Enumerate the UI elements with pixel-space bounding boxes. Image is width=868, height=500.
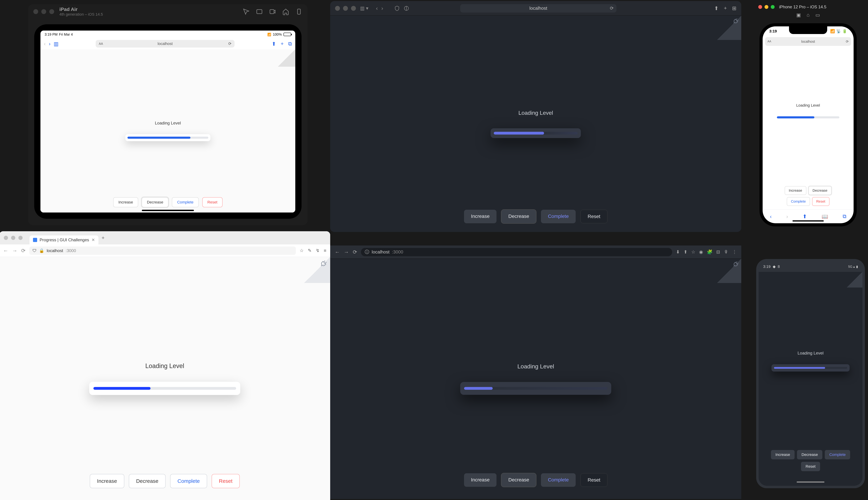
download-icon[interactable]: ⬇	[676, 249, 680, 255]
url-field[interactable]: ⓘ localhost:3000	[361, 248, 672, 256]
url-field[interactable]: localhost ⟳	[460, 4, 616, 12]
complete-button[interactable]: Complete	[541, 210, 576, 223]
shield-icon[interactable]: 🛡	[33, 248, 37, 253]
url-field[interactable]: 🛡 🔒 localhost:3000	[29, 247, 296, 255]
tabs-icon[interactable]: ⊞	[732, 5, 736, 11]
decrease-button[interactable]: Decrease	[809, 186, 832, 195]
lock-icon[interactable]: 🔒	[39, 248, 44, 253]
pointer-icon[interactable]	[243, 8, 250, 15]
text-size-icon[interactable]: AA	[99, 42, 103, 46]
menu-icon[interactable]: ≡	[324, 248, 327, 253]
info-icon[interactable]: ⓘ	[365, 249, 369, 255]
increase-button[interactable]: Increase	[785, 186, 807, 195]
reload-icon[interactable]: ⟳	[228, 42, 231, 46]
maximize-button[interactable]	[351, 6, 356, 11]
screenshot-icon[interactable]: ▣	[796, 12, 801, 22]
decrease-button[interactable]: Decrease	[129, 474, 165, 488]
reload-icon[interactable]: ⟳	[610, 5, 614, 11]
reset-button[interactable]: Reset	[212, 474, 240, 488]
back-button[interactable]: ←	[335, 249, 340, 255]
close-button[interactable]	[335, 6, 340, 11]
increase-button[interactable]: Increase	[771, 450, 795, 459]
sidebar-icon[interactable]: ▥	[54, 41, 58, 47]
extension2-icon[interactable]: ↯	[316, 248, 320, 253]
reload-button[interactable]: ⟳	[21, 248, 25, 254]
forward-button[interactable]: ›	[49, 41, 50, 47]
reset-button[interactable]: Reset	[812, 197, 830, 206]
maximize-button[interactable]	[49, 9, 54, 14]
share-icon[interactable]: ⬆	[802, 213, 807, 219]
increase-button[interactable]: Increase	[464, 473, 496, 487]
screenshot-icon[interactable]	[256, 8, 263, 15]
close-button[interactable]	[4, 236, 8, 240]
android-screen: 3:19 ◆ 8 5G ▴ ▮ Loading Level Increase	[758, 261, 863, 486]
minimize-button[interactable]	[41, 9, 46, 14]
complete-button[interactable]: Complete	[541, 473, 576, 487]
close-button[interactable]	[758, 5, 762, 9]
complete-button[interactable]: Complete	[787, 197, 810, 206]
star-icon[interactable]: ☆	[691, 249, 695, 255]
url-field[interactable]: AA localhost ⟳	[96, 40, 235, 48]
increase-button[interactable]: Increase	[113, 197, 138, 207]
forward-button[interactable]: ›	[381, 5, 383, 11]
increase-button[interactable]: Increase	[90, 474, 124, 488]
close-button[interactable]	[33, 9, 38, 14]
star-icon[interactable]: ☆	[300, 248, 304, 253]
decrease-button[interactable]: Decrease	[797, 450, 822, 459]
iphone-device-frame: 3:19 📶 📡 🔋 AA localhost ⟳ Loading Level …	[760, 23, 857, 226]
new-tab-button[interactable]: +	[102, 235, 105, 241]
forward-button[interactable]: ›	[786, 214, 788, 219]
minimize-button[interactable]	[343, 6, 348, 11]
text-size-icon[interactable]: AA	[767, 40, 771, 43]
home-icon[interactable]: ⌂	[807, 12, 810, 22]
tab[interactable]: Progress | GUI Challenges ✕	[30, 236, 99, 245]
reset-button[interactable]: Reset	[202, 197, 222, 207]
reload-button[interactable]: ⟳	[353, 249, 357, 255]
back-button[interactable]: ‹	[376, 5, 378, 11]
tabs-icon[interactable]: ⧉	[843, 213, 846, 219]
new-tab-icon[interactable]: +	[281, 41, 284, 47]
minimize-button[interactable]	[11, 236, 15, 240]
extensions-icon[interactable]: 🧩	[707, 249, 712, 255]
increase-button[interactable]: Increase	[464, 210, 496, 223]
profile-icon[interactable]: ◉	[699, 249, 703, 255]
tab-close-icon[interactable]: ✕	[91, 238, 95, 242]
ext2-icon[interactable]: ⊟	[716, 249, 720, 255]
sidebar-icon[interactable]: ▥ ▾	[360, 5, 368, 11]
share-icon[interactable]: ⬆	[272, 41, 276, 47]
home-icon[interactable]	[282, 8, 289, 15]
menu-icon[interactable]: ⋮	[732, 249, 737, 255]
minimize-button[interactable]	[765, 5, 768, 9]
forward-button[interactable]: →	[12, 248, 18, 254]
record-icon[interactable]	[269, 8, 276, 15]
maximize-button[interactable]	[19, 236, 23, 240]
reset-button[interactable]: Reset	[581, 210, 607, 223]
decrease-button[interactable]: Decrease	[142, 197, 168, 207]
rotate-icon[interactable]	[296, 8, 302, 15]
complete-button[interactable]: Complete	[825, 450, 850, 459]
tabs-icon[interactable]: ⧉	[288, 41, 292, 47]
decrease-button[interactable]: Decrease	[501, 210, 536, 223]
battery-icon: ▮	[856, 265, 858, 269]
decrease-button[interactable]: Decrease	[501, 473, 536, 487]
reset-button[interactable]: Reset	[801, 462, 820, 471]
rotate-icon[interactable]: ▭	[815, 12, 820, 22]
extension-icon[interactable]: ✎	[308, 248, 312, 253]
ext3-icon[interactable]: 🎙	[724, 249, 728, 255]
maximize-button[interactable]	[771, 5, 775, 9]
new-tab-icon[interactable]: +	[724, 5, 727, 11]
reset-button[interactable]: Reset	[581, 473, 607, 487]
back-button[interactable]: ‹	[770, 214, 772, 219]
share-icon[interactable]: ⬆	[714, 5, 719, 11]
appearance-icon[interactable]	[404, 5, 409, 11]
share-icon[interactable]: ⬆	[684, 249, 687, 255]
complete-button[interactable]: Complete	[170, 474, 207, 488]
reload-icon[interactable]: ⟳	[846, 39, 849, 44]
back-button[interactable]: ‹	[44, 41, 46, 47]
shield-icon[interactable]	[394, 5, 400, 11]
complete-button[interactable]: Complete	[172, 197, 198, 207]
back-button[interactable]: ←	[3, 248, 8, 254]
forward-button[interactable]: →	[344, 249, 349, 255]
url-field[interactable]: AA localhost ⟳	[765, 37, 851, 46]
bookmarks-icon[interactable]: 📖	[822, 213, 828, 219]
